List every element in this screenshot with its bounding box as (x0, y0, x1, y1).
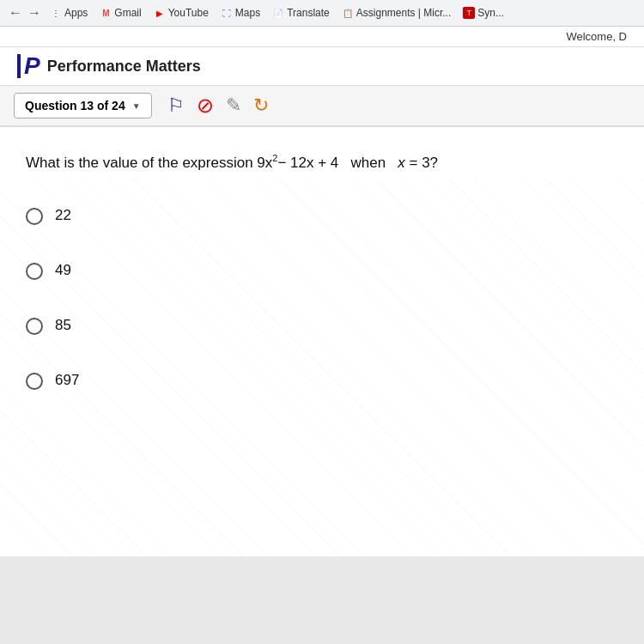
translate-label: Translate (287, 7, 330, 19)
answer-choice-2: 49 (26, 256, 618, 285)
browser-bookmarks: ⋮ Apps M Gmail ▶ YouTube ⛶ Maps 📄 Transl… (50, 7, 504, 19)
forward-icon[interactable]: → (27, 5, 41, 21)
youtube-label: YouTube (168, 7, 209, 19)
welcome-bar: Welcome, D (0, 27, 644, 47)
question-text: What is the value of the expression 9x2−… (26, 151, 618, 173)
logo-letter: P (17, 54, 40, 78)
syn-icon: T (463, 7, 475, 19)
bookmark-gmail[interactable]: M Gmail (100, 7, 141, 19)
flag-icon[interactable]: ⚐ (167, 94, 185, 117)
pencil-icon[interactable]: ✎ (226, 94, 241, 117)
bookmark-apps[interactable]: ⋮ Apps (50, 7, 88, 19)
no-entry-icon[interactable]: ⊘ (197, 94, 214, 118)
radio-btn-3[interactable] (26, 318, 43, 335)
welcome-text: Welcome, D (566, 30, 627, 43)
bookmark-youtube[interactable]: ▶ YouTube (154, 7, 209, 19)
choice-label-3: 85 (55, 316, 71, 334)
main-content: What is the value of the expression 9x2−… (0, 127, 644, 556)
choice-label-2: 49 (55, 261, 71, 279)
back-icon[interactable]: ← (9, 5, 22, 21)
browser-bar: ← → ⋮ Apps M Gmail ▶ YouTube ⛶ Maps 📄 Tr… (0, 0, 644, 27)
assignments-label: Assignments | Micr... (356, 7, 451, 19)
syn-label: Syn... (477, 7, 504, 19)
bookmark-maps[interactable]: ⛶ Maps (221, 7, 260, 19)
question-text-after: − 12x + 4 when x = 3? (277, 155, 438, 171)
bookmark-translate[interactable]: 📄 Translate (272, 7, 330, 19)
refresh-icon[interactable]: ↻ (253, 94, 269, 117)
toolbar-icons: ⚐ ⊘ ✎ ↻ (167, 94, 269, 118)
maps-label: Maps (235, 7, 260, 19)
radio-btn-1[interactable] (26, 208, 43, 225)
choice-label-1: 22 (55, 206, 71, 224)
radio-btn-2[interactable] (26, 263, 43, 280)
gmail-icon: M (100, 7, 112, 19)
translate-icon: 📄 (272, 7, 284, 19)
toolbar: Question 13 of 24 ⚐ ⊘ ✎ ↻ (0, 86, 644, 127)
logo-container: P Performance Matters (17, 54, 201, 78)
bookmark-syn[interactable]: T Syn... (463, 7, 504, 19)
browser-nav: ← → (9, 5, 41, 21)
question-selector[interactable]: Question 13 of 24 (14, 93, 152, 118)
question-text-before: What is the value of the expression 9x (26, 155, 272, 171)
youtube-icon: ▶ (154, 7, 166, 19)
answer-choice-3: 85 (26, 311, 618, 340)
gmail-label: Gmail (114, 7, 141, 19)
apps-label: Apps (64, 7, 88, 19)
answer-choice-4: 697 (26, 366, 618, 395)
maps-icon: ⛶ (221, 7, 233, 19)
question-selector-label: Question 13 of 24 (25, 99, 125, 112)
choice-label-4: 697 (55, 371, 79, 389)
app-title: Performance Matters (47, 58, 201, 76)
bookmark-assignments[interactable]: 📋 Assignments | Micr... (342, 7, 451, 19)
assignments-icon: 📋 (342, 7, 354, 19)
app-header: P Performance Matters (0, 47, 644, 86)
radio-btn-4[interactable] (26, 373, 43, 390)
answer-choice-1: 22 (26, 201, 618, 230)
apps-icon: ⋮ (50, 7, 62, 19)
